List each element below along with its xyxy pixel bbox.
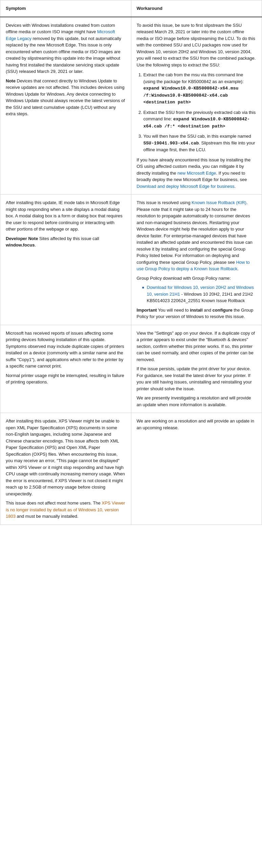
symptom-1-para-1: Devices with Windows installations creat… (6, 22, 126, 75)
gp-download-link[interactable]: Download for Windows 10, version 20H2 an… (147, 285, 254, 297)
table-row: Microsoft has received reports of issues… (0, 325, 262, 413)
symptom-header: Symptom (0, 0, 131, 17)
workaround-cell-1: To avoid this issue, be sure to first sl… (131, 17, 262, 195)
symptom-4-para-2: This issue does not affect most home use… (6, 500, 126, 520)
symptom-cell-4: After installing this update, XPS Viewer… (0, 413, 131, 525)
step-2: Extract the SSU from the previously extr… (144, 109, 257, 130)
step-1: Extract the cab from the msu via this co… (144, 72, 257, 106)
symptom-cell-2: After installing this update, IE mode ta… (0, 195, 131, 325)
workaround-3-para-1: View the "Settings" app on your device. … (137, 330, 257, 363)
symptom-1-note: Note Devices that connect directly to Wi… (6, 78, 126, 117)
workaround-header: Workaround (131, 0, 262, 17)
group-policy-item: Download for Windows 10, version 20H2 an… (142, 284, 257, 304)
deploy-edge-link[interactable]: Download and deploy Microsoft Edge for b… (137, 184, 235, 189)
developer-note-label: Developer Note (6, 236, 38, 241)
xps-viewer-link[interactable]: XPS Viewer is no longer installed by def… (6, 500, 125, 519)
step-3: You will then have the SSU cab, in this … (144, 133, 257, 153)
workaround-1-intro: To avoid this issue, be sure to first sl… (137, 22, 257, 68)
workaround-4-text: We are working on a resolution and will … (137, 418, 257, 431)
symptom-3-para-2: Normal printer usage might be interrupte… (6, 372, 126, 386)
symptom-cell-1: Devices with Windows installations creat… (0, 17, 131, 195)
step-1-code: expand Windows10.0-KB5000842-x64.msu /f:… (144, 86, 239, 105)
workaround-cell-4: We are working on a resolution and will … (131, 413, 262, 525)
workaround-1-footer: If you have already encountered this iss… (137, 157, 257, 190)
table-row: Devices with Windows installations creat… (0, 17, 262, 195)
install-bold: install (190, 308, 203, 313)
workaround-cell-3: View the "Settings" app on your device. … (131, 325, 262, 413)
workaround-3-para-2: If the issue persists, update the print … (137, 366, 257, 392)
important-label: Important (137, 308, 157, 313)
main-table: Symptom Workaround Devices with Windows … (0, 0, 262, 525)
note-label: Note (6, 78, 16, 83)
table-row: After installing this update, XPS Viewer… (0, 413, 262, 525)
kir-link[interactable]: Known Issue Rollback (KIR) (192, 200, 246, 205)
symptom-3-para-1: Microsoft has received reports of issues… (6, 330, 126, 370)
symptom-4-para-1: After installing this update, XPS Viewer… (6, 418, 126, 497)
workaround-cell-2: This issue is resolved using Known Issue… (131, 195, 262, 325)
new-edge-link[interactable]: new Microsoft Edge (177, 171, 216, 176)
symptom-2-developer-note: Developer Note Sites affected by this is… (6, 235, 126, 249)
workaround-2-important: Important You will need to install and c… (137, 307, 257, 320)
group-policy-link[interactable]: How to use Group Policy to deploy a Know… (137, 260, 250, 272)
table-header: Symptom Workaround (0, 0, 262, 17)
configure-bold: configure (213, 308, 233, 313)
table-row: After installing this update, IE mode ta… (0, 195, 262, 325)
window-focus-code: window.focus (6, 242, 35, 248)
symptom-2-para-1: After installing this update, IE mode ta… (6, 199, 126, 233)
workaround-3-para-3: We are presently investigating a resolut… (137, 395, 257, 408)
group-policy-download-label: Group Policy download with Group Policy … (137, 275, 257, 282)
workaround-2-intro: This issue is resolved using Known Issue… (137, 199, 257, 272)
edge-legacy-link[interactable]: Microsoft Edge Legacy (6, 29, 115, 41)
step-2-code: expand Windows10.0-KB5000842-x64.cab /f:… (144, 117, 250, 129)
workaround-1-steps: Extract the cab from the msu via this co… (144, 72, 257, 153)
group-policy-list: Download for Windows 10, version 20H2 an… (142, 284, 257, 304)
symptom-cell-3: Microsoft has received reports of issues… (0, 325, 131, 413)
step-3-code: SSU-19041.903-x64.cab (144, 141, 199, 146)
